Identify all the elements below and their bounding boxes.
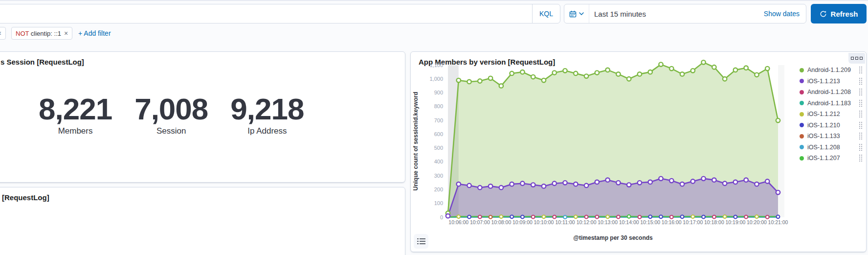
svg-text:10:12:00: 10:12:00: [577, 219, 597, 225]
calendar-icon: [569, 10, 577, 18]
legend-series-label: iOS-1.1.213: [807, 78, 856, 85]
legend-toggle-button[interactable]: [414, 234, 428, 249]
filter-label: clientip: ::1: [31, 30, 61, 37]
metrics-panel: s Session [RequestLog] 8,221 Members 7,0…: [0, 51, 405, 183]
svg-text:600: 600: [434, 131, 443, 137]
panel-title: s Session [RequestLog]: [0, 52, 405, 66]
legend-item[interactable]: Android-1.1.183: [800, 98, 862, 109]
legend-series-label: iOS-1.1.210: [807, 122, 856, 129]
svg-text:10:08:00: 10:08:00: [491, 219, 511, 225]
svg-text:10:09:00: 10:09:00: [512, 219, 533, 225]
legend-options-icon[interactable]: [859, 78, 862, 85]
legend-item[interactable]: iOS-1.1.210: [800, 120, 862, 131]
date-quick-select-button[interactable]: [564, 4, 589, 23]
legend-options-icon[interactable]: [859, 155, 862, 162]
svg-text:700: 700: [434, 117, 443, 123]
svg-text:10:07:00: 10:07:00: [470, 219, 490, 225]
svg-text:10:15:00: 10:15:00: [640, 219, 660, 225]
legend-series-dot: [800, 112, 804, 116]
show-dates-link[interactable]: Show dates: [764, 10, 806, 18]
chart-panel: App Members by version [RequestLog] 0100…: [410, 51, 867, 252]
time-range-value[interactable]: Last 15 minutes: [589, 10, 764, 18]
metric-ip-address: 9,218 Ip Address: [230, 93, 304, 136]
svg-text:500: 500: [434, 145, 443, 151]
requestlog-panel: [RequestLog]: [0, 187, 405, 255]
add-filter-link[interactable]: + Add filter: [78, 29, 111, 37]
metrics-row: 8,221 Members 7,008 Session 9,218 Ip Add…: [39, 93, 304, 136]
chevron-down-icon: [579, 12, 584, 15]
legend-series-dot: [800, 156, 804, 161]
refresh-icon: [820, 10, 827, 18]
legend-series-dot: [800, 79, 804, 83]
query-input[interactable]: [0, 4, 532, 23]
svg-text:10:11:00: 10:11:00: [555, 219, 575, 225]
legend-item[interactable]: iOS-1.1.133: [800, 131, 862, 142]
svg-text:10:10:00: 10:10:00: [534, 219, 554, 225]
metric-value: 7,008: [134, 93, 208, 125]
legend-series-label: Android-1.1.209: [807, 67, 856, 73]
svg-text:400: 400: [434, 159, 443, 164]
close-icon[interactable]: ×: [0, 30, 1, 37]
legend-options-icon[interactable]: [859, 133, 862, 139]
svg-text:1,100: 1,100: [429, 62, 443, 68]
legend-series-label: iOS-1.1.208: [807, 144, 856, 151]
legend-options-icon[interactable]: [859, 100, 862, 107]
legend-series-dot: [800, 90, 804, 94]
chart-legend: Android-1.1.209iOS-1.1.213Android-1.1.20…: [800, 65, 862, 164]
legend-series-dot: [800, 134, 804, 139]
svg-text:10:14:00: 10:14:00: [619, 219, 639, 225]
metric-label: Members: [39, 126, 112, 136]
legend-series-label: Android-1.1.208: [807, 89, 856, 95]
legend-options-icon[interactable]: [859, 89, 862, 95]
query-bar: KQL: [0, 4, 560, 23]
metric-members: 8,221 Members: [39, 93, 112, 136]
refresh-button-label: Refresh: [831, 10, 858, 18]
legend-item[interactable]: iOS-1.1.207: [800, 153, 862, 164]
svg-text:10:19:00: 10:19:00: [725, 219, 745, 225]
metric-session: 7,008 Session: [134, 93, 208, 136]
legend-options-icon[interactable]: [859, 122, 862, 129]
legend-series-label: iOS-1.1.212: [807, 111, 856, 117]
refresh-button[interactable]: Refresh: [811, 4, 867, 23]
legend-item[interactable]: Android-1.1.208: [800, 87, 862, 98]
svg-text:300: 300: [434, 173, 443, 179]
legend-item[interactable]: iOS-1.1.212: [800, 109, 862, 120]
kql-syntax-button[interactable]: KQL: [532, 4, 560, 23]
svg-text:10:18:00: 10:18:00: [704, 219, 724, 225]
svg-text:800: 800: [434, 103, 443, 109]
svg-text:200: 200: [434, 186, 443, 192]
svg-text:10:06:00: 10:06:00: [448, 219, 468, 225]
metric-value: 8,221: [39, 93, 112, 125]
svg-text:Unique count of sessionid.keyw: Unique count of sessionid.keyword: [412, 92, 419, 190]
filter-chip-text: NOT clientip: ::1: [16, 30, 61, 37]
legend-options-icon[interactable]: [859, 144, 862, 151]
area-chart: 01002003004005006007008009001,0001,10010…: [411, 52, 867, 253]
legend-series-label: Android-1.1.183: [807, 100, 856, 107]
legend-series-dot: [800, 123, 804, 127]
filter-chip-partial[interactable]: ×: [0, 27, 6, 40]
top-border: [0, 0, 868, 1]
svg-text:10:20:00: 10:20:00: [747, 219, 767, 225]
filter-negation: NOT: [16, 30, 29, 37]
legend-item[interactable]: iOS-1.1.208: [800, 142, 862, 153]
legend-options-icon[interactable]: [859, 111, 862, 117]
legend-item[interactable]: iOS-1.1.213: [800, 76, 862, 87]
svg-text:1,000: 1,000: [429, 76, 443, 82]
legend-item[interactable]: Android-1.1.209: [800, 65, 862, 76]
panel-title: [RequestLog]: [0, 187, 405, 202]
legend-series-dot: [800, 68, 804, 72]
metric-label: Session: [134, 126, 208, 136]
metric-value: 9,218: [230, 93, 304, 125]
filter-chip-not-clientip[interactable]: NOT clientip: ::1 ×: [11, 27, 72, 40]
legend-options-icon[interactable]: [859, 67, 862, 73]
legend-series-label: iOS-1.1.207: [807, 155, 856, 162]
svg-text:10:13:00: 10:13:00: [598, 219, 618, 225]
svg-text:100: 100: [434, 200, 443, 206]
legend-series-label: iOS-1.1.133: [807, 133, 856, 139]
svg-text:10:17:00: 10:17:00: [683, 219, 703, 225]
list-icon: [417, 238, 425, 245]
svg-text:900: 900: [434, 90, 443, 95]
svg-text:0: 0: [440, 214, 443, 220]
close-icon[interactable]: ×: [64, 30, 68, 37]
legend-series-dot: [800, 101, 804, 105]
